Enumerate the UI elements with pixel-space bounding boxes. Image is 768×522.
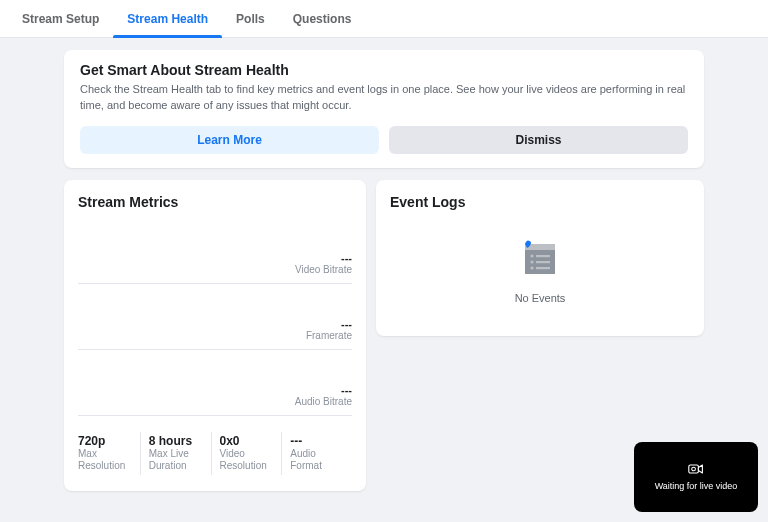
stat-value: 8 hours	[149, 434, 203, 448]
svg-rect-7	[536, 267, 550, 269]
stat-video-resolution: 0x0 Video Resolution	[212, 432, 283, 475]
metric-label: Audio Bitrate	[295, 396, 352, 407]
metric-label: Video Bitrate	[295, 264, 352, 275]
stream-metrics-card: Stream Metrics --- Video Bitrate --- Fra…	[64, 180, 366, 491]
dismiss-button[interactable]: Dismiss	[389, 126, 688, 154]
tab-bar: Stream Setup Stream Health Polls Questio…	[0, 0, 768, 38]
metric-value: ---	[295, 252, 352, 264]
metric-video-bitrate-row: --- Video Bitrate	[78, 218, 352, 284]
metric-value: ---	[295, 384, 352, 396]
banner-title: Get Smart About Stream Health	[80, 62, 688, 78]
svg-point-4	[530, 260, 533, 263]
stat-max-resolution: 720p Max Resolution	[78, 432, 141, 475]
svg-rect-5	[536, 261, 550, 263]
svg-point-9	[692, 467, 696, 471]
stats-row: 720p Max Resolution 8 hours Max Live Dur…	[78, 432, 352, 475]
tab-questions[interactable]: Questions	[279, 0, 366, 37]
stat-value: ---	[290, 434, 344, 448]
svg-point-2	[530, 254, 533, 257]
svg-rect-8	[689, 465, 699, 473]
no-events-text: No Events	[515, 292, 566, 304]
tab-polls[interactable]: Polls	[222, 0, 279, 37]
live-preview-tile[interactable]: Waiting for live video	[634, 442, 758, 512]
tab-stream-health[interactable]: Stream Health	[113, 0, 222, 37]
stat-label: Max Live Duration	[149, 448, 203, 473]
metric-value: ---	[306, 318, 352, 330]
event-logs-card: Event Logs No Events	[376, 180, 704, 336]
metric-label: Framerate	[306, 330, 352, 341]
preview-status-text: Waiting for live video	[655, 481, 738, 491]
stat-max-live-duration: 8 hours Max Live Duration	[141, 432, 212, 475]
stat-value: 720p	[78, 434, 132, 448]
stat-label: Max Resolution	[78, 448, 132, 473]
learn-more-button[interactable]: Learn More	[80, 126, 379, 154]
log-list-icon	[517, 238, 563, 278]
event-logs-title: Event Logs	[390, 194, 690, 210]
metric-framerate-row: --- Framerate	[78, 284, 352, 350]
svg-rect-3	[536, 255, 550, 257]
stat-label: Audio Format	[290, 448, 344, 473]
svg-point-6	[530, 266, 533, 269]
video-camera-icon	[688, 463, 704, 475]
stat-value: 0x0	[220, 434, 274, 448]
tab-stream-setup[interactable]: Stream Setup	[8, 0, 113, 37]
page-body: Get Smart About Stream Health Check the …	[0, 38, 768, 522]
banner-card: Get Smart About Stream Health Check the …	[64, 50, 704, 168]
stat-label: Video Resolution	[220, 448, 274, 473]
stream-metrics-title: Stream Metrics	[78, 194, 352, 210]
stat-audio-format: --- Audio Format	[282, 432, 352, 475]
metric-audio-bitrate-row: --- Audio Bitrate	[78, 350, 352, 416]
banner-text: Check the Stream Health tab to find key …	[80, 82, 688, 114]
